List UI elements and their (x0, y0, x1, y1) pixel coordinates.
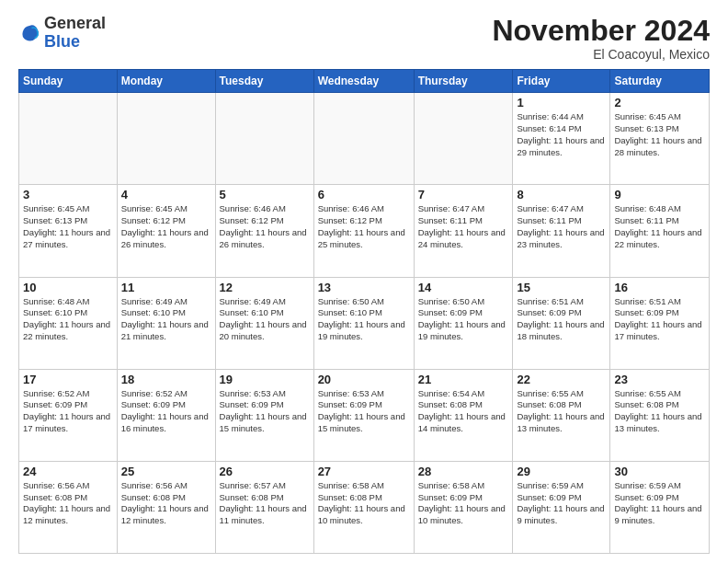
calendar-week-5: 24Sunrise: 6:56 AM Sunset: 6:08 PM Dayli… (19, 461, 710, 553)
day-info: Sunrise: 6:59 AM Sunset: 6:09 PM Dayligh… (614, 480, 705, 527)
col-sunday: Sunday (19, 70, 118, 93)
day-info: Sunrise: 6:58 AM Sunset: 6:08 PM Dayligh… (318, 480, 410, 527)
calendar-cell: 7Sunrise: 6:47 AM Sunset: 6:11 PM Daylig… (414, 185, 513, 277)
day-info: Sunrise: 6:52 AM Sunset: 6:09 PM Dayligh… (23, 388, 113, 435)
day-number: 24 (23, 465, 113, 478)
day-number: 22 (517, 373, 606, 386)
day-number: 29 (517, 465, 606, 478)
calendar-cell: 3Sunrise: 6:45 AM Sunset: 6:13 PM Daylig… (19, 185, 118, 277)
day-info: Sunrise: 6:46 AM Sunset: 6:12 PM Dayligh… (318, 203, 410, 250)
calendar-table: Sunday Monday Tuesday Wednesday Thursday… (18, 69, 710, 554)
month-title: November 2024 (492, 15, 710, 47)
day-number: 16 (614, 281, 705, 294)
calendar-cell: 12Sunrise: 6:49 AM Sunset: 6:10 PM Dayli… (215, 277, 313, 369)
day-info: Sunrise: 6:54 AM Sunset: 6:08 PM Dayligh… (418, 388, 509, 435)
col-friday: Friday (513, 70, 610, 93)
calendar-cell (313, 93, 414, 185)
calendar-cell: 28Sunrise: 6:58 AM Sunset: 6:09 PM Dayli… (414, 461, 513, 553)
day-number: 19 (220, 373, 310, 386)
calendar-week-2: 3Sunrise: 6:45 AM Sunset: 6:13 PM Daylig… (19, 185, 710, 277)
day-info: Sunrise: 6:45 AM Sunset: 6:13 PM Dayligh… (23, 203, 113, 250)
day-number: 6 (318, 188, 410, 201)
calendar-cell: 16Sunrise: 6:51 AM Sunset: 6:09 PM Dayli… (610, 277, 710, 369)
day-number: 18 (121, 373, 211, 386)
day-number: 11 (121, 281, 211, 294)
calendar-cell: 9Sunrise: 6:48 AM Sunset: 6:11 PM Daylig… (610, 185, 710, 277)
day-info: Sunrise: 6:50 AM Sunset: 6:09 PM Dayligh… (418, 296, 509, 343)
day-number: 10 (23, 281, 113, 294)
calendar-cell: 27Sunrise: 6:58 AM Sunset: 6:08 PM Dayli… (313, 461, 414, 553)
location: El Coacoyul, Mexico (492, 47, 710, 62)
title-block: November 2024 El Coacoyul, Mexico (492, 15, 710, 62)
calendar-cell (215, 93, 313, 185)
day-info: Sunrise: 6:51 AM Sunset: 6:09 PM Dayligh… (517, 296, 606, 343)
day-info: Sunrise: 6:52 AM Sunset: 6:09 PM Dayligh… (121, 388, 211, 435)
day-number: 4 (121, 188, 211, 201)
calendar-cell: 1Sunrise: 6:44 AM Sunset: 6:14 PM Daylig… (513, 93, 610, 185)
day-number: 21 (418, 373, 509, 386)
day-info: Sunrise: 6:45 AM Sunset: 6:13 PM Dayligh… (614, 111, 705, 158)
day-info: Sunrise: 6:45 AM Sunset: 6:12 PM Dayligh… (121, 203, 211, 250)
col-monday: Monday (117, 70, 215, 93)
logo: General Blue (18, 15, 106, 52)
day-number: 5 (220, 188, 310, 201)
calendar-cell: 6Sunrise: 6:46 AM Sunset: 6:12 PM Daylig… (313, 185, 414, 277)
calendar-week-3: 10Sunrise: 6:48 AM Sunset: 6:10 PM Dayli… (19, 277, 710, 369)
calendar-header-row: Sunday Monday Tuesday Wednesday Thursday… (19, 70, 710, 93)
calendar-cell: 18Sunrise: 6:52 AM Sunset: 6:09 PM Dayli… (117, 369, 215, 461)
day-info: Sunrise: 6:56 AM Sunset: 6:08 PM Dayligh… (23, 480, 113, 527)
day-number: 8 (517, 188, 606, 201)
day-number: 30 (614, 465, 705, 478)
day-number: 12 (220, 281, 310, 294)
day-info: Sunrise: 6:44 AM Sunset: 6:14 PM Dayligh… (517, 111, 606, 158)
calendar-cell: 15Sunrise: 6:51 AM Sunset: 6:09 PM Dayli… (513, 277, 610, 369)
day-info: Sunrise: 6:56 AM Sunset: 6:08 PM Dayligh… (121, 480, 211, 527)
col-wednesday: Wednesday (313, 70, 414, 93)
col-thursday: Thursday (414, 70, 513, 93)
day-number: 3 (23, 188, 113, 201)
calendar-cell: 11Sunrise: 6:49 AM Sunset: 6:10 PM Dayli… (117, 277, 215, 369)
day-number: 1 (517, 96, 606, 109)
logo-text: General Blue (44, 15, 106, 52)
calendar-cell: 10Sunrise: 6:48 AM Sunset: 6:10 PM Dayli… (19, 277, 118, 369)
calendar-cell: 19Sunrise: 6:53 AM Sunset: 6:09 PM Dayli… (215, 369, 313, 461)
day-info: Sunrise: 6:51 AM Sunset: 6:09 PM Dayligh… (614, 296, 705, 343)
day-info: Sunrise: 6:53 AM Sunset: 6:09 PM Dayligh… (220, 388, 310, 435)
calendar-cell: 17Sunrise: 6:52 AM Sunset: 6:09 PM Dayli… (19, 369, 118, 461)
day-number: 28 (418, 465, 509, 478)
calendar-cell (414, 93, 513, 185)
day-info: Sunrise: 6:53 AM Sunset: 6:09 PM Dayligh… (318, 388, 410, 435)
day-info: Sunrise: 6:48 AM Sunset: 6:10 PM Dayligh… (23, 296, 113, 343)
day-info: Sunrise: 6:46 AM Sunset: 6:12 PM Dayligh… (220, 203, 310, 250)
calendar-cell: 14Sunrise: 6:50 AM Sunset: 6:09 PM Dayli… (414, 277, 513, 369)
day-info: Sunrise: 6:59 AM Sunset: 6:09 PM Dayligh… (517, 480, 606, 527)
calendar-cell: 4Sunrise: 6:45 AM Sunset: 6:12 PM Daylig… (117, 185, 215, 277)
calendar-cell: 26Sunrise: 6:57 AM Sunset: 6:08 PM Dayli… (215, 461, 313, 553)
calendar-cell: 29Sunrise: 6:59 AM Sunset: 6:09 PM Dayli… (513, 461, 610, 553)
day-info: Sunrise: 6:49 AM Sunset: 6:10 PM Dayligh… (220, 296, 310, 343)
calendar-cell: 22Sunrise: 6:55 AM Sunset: 6:08 PM Dayli… (513, 369, 610, 461)
day-info: Sunrise: 6:57 AM Sunset: 6:08 PM Dayligh… (220, 480, 310, 527)
day-info: Sunrise: 6:47 AM Sunset: 6:11 PM Dayligh… (418, 203, 509, 250)
day-number: 20 (318, 373, 410, 386)
day-number: 15 (517, 281, 606, 294)
calendar-cell (19, 93, 118, 185)
calendar-cell: 13Sunrise: 6:50 AM Sunset: 6:10 PM Dayli… (313, 277, 414, 369)
day-info: Sunrise: 6:47 AM Sunset: 6:11 PM Dayligh… (517, 203, 606, 250)
col-tuesday: Tuesday (215, 70, 313, 93)
day-info: Sunrise: 6:48 AM Sunset: 6:11 PM Dayligh… (614, 203, 705, 250)
day-number: 13 (318, 281, 410, 294)
day-info: Sunrise: 6:55 AM Sunset: 6:08 PM Dayligh… (614, 388, 705, 435)
logo-icon (18, 22, 40, 44)
day-info: Sunrise: 6:58 AM Sunset: 6:09 PM Dayligh… (418, 480, 509, 527)
calendar-cell: 23Sunrise: 6:55 AM Sunset: 6:08 PM Dayli… (610, 369, 710, 461)
calendar-cell: 5Sunrise: 6:46 AM Sunset: 6:12 PM Daylig… (215, 185, 313, 277)
day-number: 26 (220, 465, 310, 478)
calendar-cell: 8Sunrise: 6:47 AM Sunset: 6:11 PM Daylig… (513, 185, 610, 277)
day-number: 2 (614, 96, 705, 109)
day-number: 23 (614, 373, 705, 386)
day-number: 14 (418, 281, 509, 294)
day-info: Sunrise: 6:50 AM Sunset: 6:10 PM Dayligh… (318, 296, 410, 343)
day-number: 27 (318, 465, 410, 478)
day-number: 25 (121, 465, 211, 478)
